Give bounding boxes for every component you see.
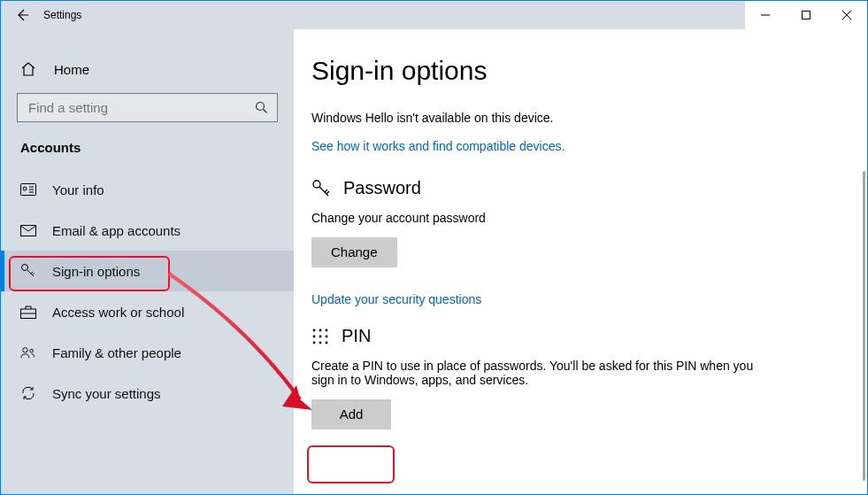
maximize-icon	[802, 11, 810, 19]
password-heading: Password	[311, 178, 832, 198]
mail-icon	[20, 225, 36, 236]
back-arrow-icon	[15, 8, 29, 22]
home-icon	[20, 61, 36, 77]
sidebar-item-label: Email & app accounts	[52, 223, 181, 238]
minimize-icon	[761, 11, 770, 19]
window-title: Settings	[43, 9, 81, 21]
password-title: Password	[343, 178, 421, 198]
sidebar-item-sync-settings[interactable]: Sync your settings	[1, 373, 294, 414]
pin-title: PIN	[342, 326, 371, 346]
svg-point-8	[30, 349, 34, 352]
people-icon	[20, 345, 36, 360]
section-header-accounts: Accounts	[1, 140, 294, 169]
search-box[interactable]	[17, 93, 278, 122]
sidebar-item-sign-in-options[interactable]: Sign-in options	[1, 251, 294, 291]
svg-point-12	[326, 329, 328, 331]
sidebar-item-your-info[interactable]: Your info	[1, 169, 294, 210]
svg-point-11	[319, 329, 322, 331]
pin-heading: PIN	[311, 326, 832, 346]
main-content: Sign-in options Windows Hello isn't avai…	[294, 29, 867, 494]
svg-point-13	[313, 335, 316, 337]
search-input[interactable]	[27, 99, 255, 116]
scrollbar-thumb[interactable]	[863, 171, 865, 481]
sidebar-item-label: Family & other people	[52, 345, 181, 360]
update-security-questions-link[interactable]: Update your security questions	[311, 292, 481, 306]
sync-icon	[20, 385, 36, 401]
svg-point-16	[313, 341, 316, 344]
change-password-button[interactable]: Change	[311, 237, 397, 267]
maximize-button[interactable]	[786, 1, 826, 29]
annotation-highlight-add	[307, 445, 395, 483]
minimize-button[interactable]	[745, 1, 786, 29]
sidebar-item-label: Access work or school	[52, 305, 184, 320]
close-button[interactable]	[826, 1, 867, 29]
sidebar-item-label: Sync your settings	[52, 386, 161, 401]
hello-notice: Windows Hello isn't available on this de…	[311, 111, 832, 125]
key-icon	[311, 179, 331, 198]
svg-point-18	[326, 341, 328, 344]
settings-window: Settings Home	[0, 0, 868, 495]
hello-link[interactable]: See how it works and find compatible dev…	[311, 139, 565, 153]
svg-point-14	[319, 335, 322, 337]
home-nav[interactable]: Home	[1, 56, 294, 93]
add-pin-button[interactable]: Add	[311, 399, 391, 429]
briefcase-icon	[20, 306, 36, 319]
svg-point-5	[22, 265, 28, 271]
password-desc: Change your account password	[311, 211, 832, 225]
pin-pad-icon	[311, 328, 329, 345]
key-icon	[20, 263, 36, 279]
scrollbar[interactable]	[863, 171, 865, 494]
svg-rect-0	[803, 12, 810, 19]
sidebar-item-access-work-school[interactable]: Access work or school	[1, 291, 294, 332]
sidebar-item-label: Your info	[52, 182, 104, 197]
back-button[interactable]	[1, 1, 43, 29]
svg-point-7	[23, 348, 27, 352]
svg-point-15	[326, 335, 328, 337]
close-icon	[842, 11, 851, 19]
window-body: Home Accounts Your info Email & app	[1, 29, 867, 494]
pin-desc: Create a PIN to use in place of password…	[311, 359, 772, 387]
svg-point-9	[313, 181, 320, 188]
search-icon	[255, 101, 268, 114]
page-title: Sign-in options	[311, 56, 832, 86]
svg-point-1	[257, 103, 265, 111]
home-label: Home	[54, 62, 89, 77]
sidebar-item-email-app-accounts[interactable]: Email & app accounts	[1, 210, 294, 251]
sidebar-item-label: Sign-in options	[52, 264, 140, 279]
sidebar: Home Accounts Your info Email & app	[1, 29, 294, 494]
id-card-icon	[20, 183, 36, 196]
svg-point-17	[319, 341, 322, 344]
svg-point-3	[23, 187, 27, 190]
svg-point-10	[313, 329, 316, 331]
sidebar-item-family-other-people[interactable]: Family & other people	[1, 332, 294, 373]
titlebar: Settings	[1, 1, 867, 29]
